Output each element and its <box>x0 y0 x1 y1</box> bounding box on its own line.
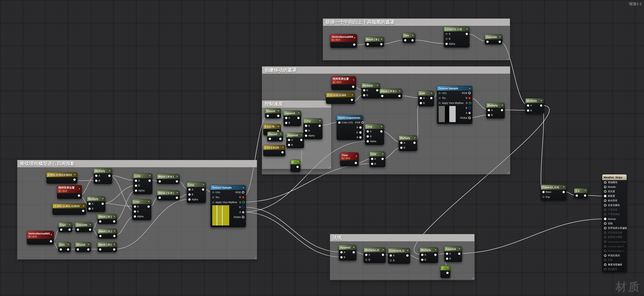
node-add-mid[interactable]: Add▼AB <box>418 91 434 106</box>
chevron-down-icon[interactable]: ▼ <box>112 244 115 245</box>
chevron-down-icon[interactable]: ▼ <box>68 224 71 226</box>
input-pin-Base[interactable] <box>542 191 544 193</box>
output-pin[interactable] <box>351 99 353 101</box>
chevron-up-icon[interactable]: ▲ <box>468 87 471 89</box>
output-pin[interactable] <box>353 44 356 46</box>
output-pin[interactable] <box>148 205 150 208</box>
output-pin[interactable] <box>176 197 178 199</box>
node-header[interactable]: -0.003,-0.003,-0.0015▼ <box>52 204 86 208</box>
input-pin-B[interactable] <box>135 184 137 187</box>
output-pin[interactable] <box>352 251 355 253</box>
output-pin-RGBA[interactable] <box>242 216 244 218</box>
chevron-down-icon[interactable]: ▼ <box>112 216 115 217</box>
input-pin-A[interactable] <box>88 203 91 205</box>
node-header[interactable]: Lerp▼ <box>304 119 322 123</box>
input-pin-in[interactable] <box>366 43 369 45</box>
input-pin-B[interactable] <box>340 256 343 258</box>
material-pin[interactable] <box>604 222 606 225</box>
node-header[interactable]: Abs▼ <box>403 33 415 38</box>
chevron-down-icon[interactable]: ▼ <box>354 155 357 157</box>
input-pin-in[interactable] <box>99 248 101 251</box>
node-abs-top[interactable]: Abs▼ <box>402 33 415 43</box>
output-pin[interactable] <box>78 194 80 197</box>
node-const-mid[interactable]: 0.01,0.01,0.005▼ <box>326 93 355 104</box>
chevron-down-icon[interactable]: ▼ <box>148 175 151 177</box>
node-header[interactable]: Mask ( R B )▼ <box>157 174 180 179</box>
output-pin[interactable] <box>176 180 178 183</box>
chevron-down-icon[interactable]: ▼ <box>498 36 501 38</box>
input-pin-A[interactable] <box>285 117 287 119</box>
chevron-down-icon[interactable]: ▼ <box>446 267 449 269</box>
input-pin-Alpha[interactable] <box>446 43 448 45</box>
node-oneminus[interactable]: 1-x▼ <box>574 188 588 198</box>
node-round2[interactable]: Round▼ <box>267 132 283 141</box>
node-mul-mid3[interactable]: Multiply▼AB <box>398 135 417 151</box>
chevron-down-icon[interactable]: ▼ <box>296 161 299 163</box>
node-sign-l[interactable]: Sign▼ <box>58 222 72 232</box>
node-header[interactable]: Lerp(3.5,-1.5)▼ <box>444 27 469 31</box>
node-header[interactable]: Sign▼ <box>59 222 72 227</box>
node-lerp-mid[interactable]: Lerp▼ABAlpha <box>365 124 384 145</box>
chevron-down-icon[interactable]: ▼ <box>350 94 353 96</box>
node-header[interactable]: Append▼ <box>339 245 356 250</box>
node-sat-top[interactable]: Saturate▼ <box>485 34 502 44</box>
node-header[interactable]: Add▼ <box>418 91 434 96</box>
input-pin-in[interactable] <box>60 248 62 251</box>
comment-title[interactable]: 法线 <box>330 234 474 241</box>
output-pin[interactable] <box>458 252 460 255</box>
node-mul-mid1[interactable]: Multiply▼AB <box>362 83 380 99</box>
node-awp-mid[interactable]: 绝对世界位置输入数据▼ <box>331 76 356 90</box>
node-header[interactable]: 0.003,-0.003,0.0015▼ <box>46 172 77 177</box>
chevron-down-icon[interactable]: ▼ <box>297 112 300 114</box>
chevron-down-icon[interactable]: ▼ <box>458 248 460 250</box>
node-lerp-speed[interactable]: Lerp▼ABAlpha <box>303 118 322 139</box>
comment-resize-handle[interactable] <box>254 256 256 259</box>
material-pin[interactable] <box>604 199 606 202</box>
input-pin-in[interactable] <box>158 180 161 183</box>
output-pin-A[interactable] <box>242 211 244 213</box>
node-ts-mid[interactable]: Texture Sample▲UVsRGBTexRApply View MipB… <box>437 86 472 124</box>
comment-title[interactable]: 创建移动的遮罩 <box>262 67 510 74</box>
input-pin-A[interactable] <box>446 252 448 255</box>
node-mask-r2[interactable]: Mask ( R )▼ <box>98 242 117 252</box>
node-header[interactable]: Saturate▼ <box>75 222 93 227</box>
input-pin-B[interactable] <box>188 193 191 196</box>
node-append-n2[interactable]: Append▼AB <box>444 246 462 262</box>
input-pin-A[interactable] <box>363 89 365 92</box>
input-pin-B[interactable] <box>134 210 136 213</box>
material-pin[interactable] <box>604 209 606 211</box>
node-header[interactable]: 0▼ <box>291 160 300 164</box>
output-pin-G[interactable] <box>242 201 245 203</box>
input-pin-Alpha[interactable] <box>188 198 191 201</box>
output-pin[interactable] <box>113 235 116 237</box>
node-header[interactable]: Round▼ <box>265 109 281 113</box>
output-pin-G[interactable] <box>469 102 471 104</box>
input-pin-A[interactable] <box>188 188 191 191</box>
comment-title[interactable]: 获得一个中间白上下两端黑的遮罩 <box>323 19 510 26</box>
node-header[interactable]: 0.03,0.0125▼ <box>264 145 285 150</box>
node-header[interactable]: Abs▼ <box>58 242 71 247</box>
output-pin[interactable] <box>380 130 382 133</box>
output-pin[interactable] <box>413 142 416 144</box>
material-graph-canvas[interactable]: 获得一个中间白上下两端黑的遮罩创建移动的遮罩控制速度将纹理对模型进行四周投影法线… <box>0 0 644 296</box>
input-pin-Alpha[interactable] <box>135 189 137 192</box>
node-const-b[interactable]: -0.003,-0.003,-0.0015▼ <box>52 203 86 215</box>
node-header[interactable]: Texture Sample▲ <box>211 185 246 190</box>
node-header[interactable]: 绝对世界位置输入数据▼ <box>332 76 356 84</box>
node-weather[interactable]: Weather_Drips基础颜色Metallic高光度粗糙度各向异性自发光颜色… <box>602 174 627 272</box>
input-pin-A[interactable] <box>340 251 343 253</box>
chevron-down-icon[interactable]: ▼ <box>352 246 355 248</box>
node-ts-left[interactable]: Texture Sample▲UVsRGBTexRApply View MipB… <box>210 185 246 227</box>
chevron-down-icon[interactable]: ▼ <box>376 85 378 86</box>
output-pin[interactable] <box>113 248 115 251</box>
input-pin-A[interactable] <box>288 139 290 141</box>
node-round-l[interactable]: Round▼ <box>75 242 91 252</box>
output-pin[interactable] <box>466 33 468 35</box>
chevron-down-icon[interactable]: ▼ <box>281 147 284 148</box>
output-pin[interactable] <box>382 158 384 160</box>
input-pin-A[interactable] <box>365 254 368 256</box>
input-pin-in[interactable] <box>77 228 79 231</box>
output-pin[interactable] <box>89 228 91 231</box>
input-pin-in[interactable] <box>381 95 384 97</box>
output-pin-B[interactable] <box>468 107 471 109</box>
